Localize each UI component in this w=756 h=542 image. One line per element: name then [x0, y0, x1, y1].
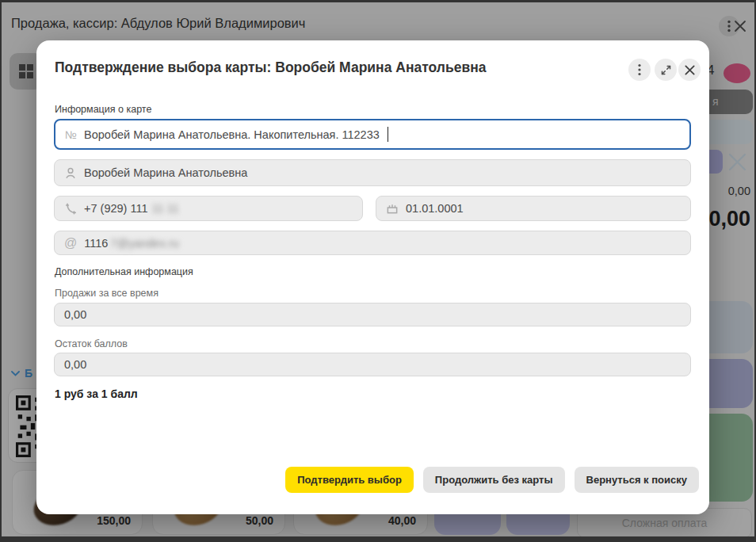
lifetime-sales-field: 0,00 [54, 303, 691, 326]
dialog-expand-button[interactable] [655, 59, 677, 81]
dialog-actions: Подтвердить выбор Продолжить без карты В… [285, 467, 699, 493]
phone-icon [64, 202, 77, 215]
confirm-selection-button[interactable]: Подтвердить выбор [285, 467, 414, 493]
phone-visible: +7 (929) 111 [84, 202, 147, 215]
card-number-value: Воробей Марина Анатольевна. Накопительна… [84, 128, 380, 141]
email-at-icon: @ [64, 236, 77, 250]
client-name-field: Воробей Марина Анатольевна [54, 159, 691, 186]
email-visible: 1116 [84, 237, 108, 250]
back-to-search-button[interactable]: Вернуться к поиску [575, 467, 699, 493]
dialog-menu-button[interactable] [628, 59, 651, 81]
email-redacted: 7@yandex.ru [110, 237, 178, 250]
card-info-section-label: Информация о карте [55, 104, 151, 115]
client-name-value: Воробей Марина Анатольевна [84, 166, 247, 179]
birthday-field: 01.01.0001 [376, 196, 691, 221]
points-balance-field: 0,00 [54, 353, 691, 376]
birthday-value: 01.01.0001 [406, 202, 464, 215]
expand-icon [660, 64, 672, 76]
card-number-input[interactable]: № Воробей Марина Анатольевна. Накопитель… [54, 119, 691, 150]
lifetime-sales-label: Продажи за все время [55, 288, 158, 299]
person-icon [64, 166, 77, 180]
card-confirmation-dialog: Подтверждение выбора карты: Воробей Мари… [36, 40, 709, 514]
points-balance-value: 0,00 [64, 358, 86, 371]
close-icon [684, 64, 696, 76]
phone-field: +7 (929) 111 11 11 [54, 196, 363, 221]
lifetime-sales-value: 0,00 [64, 308, 86, 321]
dialog-close-button[interactable] [678, 59, 701, 81]
dialog-title: Подтверждение выбора карты: Воробей Мари… [55, 59, 486, 76]
phone-redacted: 11 11 [151, 202, 178, 215]
text-caret [388, 127, 389, 142]
email-field: @ 1116 7@yandex.ru [54, 231, 691, 255]
additional-info-section-label: Дополнительная информация [55, 266, 193, 277]
points-rate-note: 1 руб за 1 балл [55, 387, 138, 400]
continue-without-card-button[interactable]: Продолжить без карты [423, 467, 565, 493]
points-balance-label: Остаток баллов [55, 338, 128, 349]
card-number-icon: № [65, 128, 77, 141]
kebab-menu-icon [638, 63, 641, 76]
pos-window: Продажа, кассир: Абдулов Юрий Владимиров… [0, 0, 756, 542]
birthday-cake-icon [386, 202, 399, 215]
